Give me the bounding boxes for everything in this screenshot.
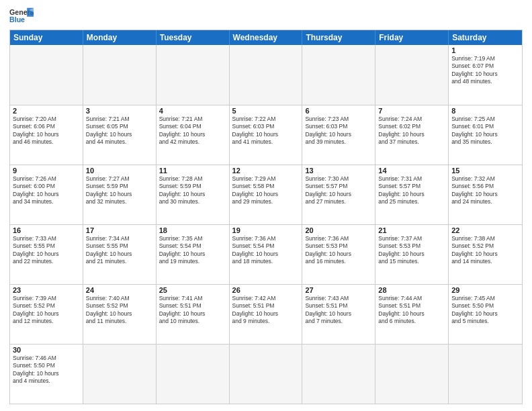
calendar-cell: 11Sunrise: 7:28 AM Sunset: 5:59 PM Dayli… [157,165,230,224]
day-number: 20 [305,226,372,234]
calendar-row: 1Sunrise: 7:19 AM Sunset: 6:07 PM Daylig… [10,45,522,105]
weekday-header-tuesday: Tuesday [157,30,230,45]
cell-info: Sunrise: 7:28 AM Sunset: 5:59 PM Dayligh… [159,175,226,206]
weekday-header-friday: Friday [375,30,449,45]
weekday-header-thursday: Thursday [302,30,375,45]
calendar-cell: 29Sunrise: 7:45 AM Sunset: 5:50 PM Dayli… [449,285,522,344]
calendar-row: 30Sunrise: 7:46 AM Sunset: 5:50 PM Dayli… [10,344,522,404]
calendar-cell [375,45,449,105]
day-number: 2 [13,107,80,115]
calendar-cell [10,45,83,105]
cell-info: Sunrise: 7:36 AM Sunset: 5:53 PM Dayligh… [305,235,372,266]
cell-info: Sunrise: 7:39 AM Sunset: 5:52 PM Dayligh… [13,295,80,326]
cell-info: Sunrise: 7:20 AM Sunset: 6:06 PM Dayligh… [13,116,80,146]
day-number: 4 [159,107,226,115]
day-number: 16 [13,226,80,234]
day-number: 29 [451,286,519,294]
calendar-cell: 22Sunrise: 7:38 AM Sunset: 5:52 PM Dayli… [449,225,522,284]
day-number: 15 [451,167,519,175]
calendar-cell [230,45,303,105]
day-number: 28 [378,286,445,294]
svg-text:Blue: Blue [9,15,25,24]
calendar-cell: 1Sunrise: 7:19 AM Sunset: 6:07 PM Daylig… [449,45,522,105]
calendar-body: 1Sunrise: 7:19 AM Sunset: 6:07 PM Daylig… [10,45,522,404]
cell-info: Sunrise: 7:41 AM Sunset: 5:51 PM Dayligh… [159,295,226,326]
calendar-row: 9Sunrise: 7:26 AM Sunset: 6:00 PM Daylig… [10,165,522,224]
cell-info: Sunrise: 7:21 AM Sunset: 6:04 PM Dayligh… [159,116,226,146]
day-number: 23 [13,286,80,294]
cell-info: Sunrise: 7:33 AM Sunset: 5:55 PM Dayligh… [13,235,80,266]
calendar-cell: 25Sunrise: 7:41 AM Sunset: 5:51 PM Dayli… [157,285,230,344]
calendar-cell: 23Sunrise: 7:39 AM Sunset: 5:52 PM Dayli… [10,285,83,344]
cell-info: Sunrise: 7:38 AM Sunset: 5:52 PM Dayligh… [451,235,519,266]
day-number: 8 [451,107,519,115]
day-number: 18 [159,226,226,234]
calendar-cell: 8Sunrise: 7:25 AM Sunset: 6:01 PM Daylig… [449,105,522,165]
cell-info: Sunrise: 7:46 AM Sunset: 5:50 PM Dayligh… [13,355,80,385]
cell-info: Sunrise: 7:34 AM Sunset: 5:55 PM Dayligh… [86,235,153,266]
calendar-cell: 15Sunrise: 7:32 AM Sunset: 5:56 PM Dayli… [449,165,522,224]
page: General Blue SundayMondayTuesdayWednesda… [0,0,532,411]
calendar-cell: 27Sunrise: 7:43 AM Sunset: 5:51 PM Dayli… [302,285,375,344]
calendar-cell: 10Sunrise: 7:27 AM Sunset: 5:59 PM Dayli… [83,165,157,224]
calendar-cell: 21Sunrise: 7:37 AM Sunset: 5:53 PM Dayli… [375,225,449,284]
cell-info: Sunrise: 7:24 AM Sunset: 6:02 PM Dayligh… [378,116,445,146]
calendar-cell: 20Sunrise: 7:36 AM Sunset: 5:53 PM Dayli… [302,225,375,284]
day-number: 14 [378,167,445,175]
calendar-cell: 4Sunrise: 7:21 AM Sunset: 6:04 PM Daylig… [157,105,230,165]
day-number: 13 [305,167,372,175]
cell-info: Sunrise: 7:29 AM Sunset: 5:58 PM Dayligh… [232,175,300,206]
cell-info: Sunrise: 7:36 AM Sunset: 5:54 PM Dayligh… [232,235,300,266]
cell-info: Sunrise: 7:19 AM Sunset: 6:07 PM Dayligh… [451,55,519,86]
day-number: 30 [13,346,80,354]
cell-info: Sunrise: 7:22 AM Sunset: 6:03 PM Dayligh… [232,116,300,146]
cell-info: Sunrise: 7:26 AM Sunset: 6:00 PM Dayligh… [13,175,80,206]
cell-info: Sunrise: 7:31 AM Sunset: 5:57 PM Dayligh… [378,175,445,206]
cell-info: Sunrise: 7:43 AM Sunset: 5:51 PM Dayligh… [305,295,372,326]
calendar-row: 23Sunrise: 7:39 AM Sunset: 5:52 PM Dayli… [10,284,522,344]
calendar-cell: 13Sunrise: 7:30 AM Sunset: 5:57 PM Dayli… [302,165,375,224]
header: General Blue [9,7,523,26]
calendar-cell: 2Sunrise: 7:20 AM Sunset: 6:06 PM Daylig… [10,105,83,165]
calendar-cell: 3Sunrise: 7:21 AM Sunset: 6:05 PM Daylig… [83,105,157,165]
weekday-header-monday: Monday [83,30,157,45]
calendar: SundayMondayTuesdayWednesdayThursdayFrid… [9,30,523,404]
calendar-cell [157,45,230,105]
day-number: 3 [86,107,153,115]
calendar-cell: 26Sunrise: 7:42 AM Sunset: 5:51 PM Dayli… [230,285,303,344]
weekday-header-wednesday: Wednesday [230,30,303,45]
calendar-cell [302,45,375,105]
day-number: 9 [13,167,80,175]
calendar-cell [83,345,157,404]
logo: General Blue [9,7,34,26]
calendar-row: 2Sunrise: 7:20 AM Sunset: 6:06 PM Daylig… [10,105,522,165]
calendar-cell [449,345,522,404]
cell-info: Sunrise: 7:23 AM Sunset: 6:03 PM Dayligh… [305,116,372,146]
day-number: 19 [232,226,300,234]
calendar-cell: 7Sunrise: 7:24 AM Sunset: 6:02 PM Daylig… [375,105,449,165]
calendar-cell: 28Sunrise: 7:44 AM Sunset: 5:51 PM Dayli… [375,285,449,344]
calendar-cell: 24Sunrise: 7:40 AM Sunset: 5:52 PM Dayli… [83,285,157,344]
calendar-cell: 16Sunrise: 7:33 AM Sunset: 5:55 PM Dayli… [10,225,83,284]
calendar-cell [302,345,375,404]
weekday-header-saturday: Saturday [449,30,522,45]
calendar-cell: 12Sunrise: 7:29 AM Sunset: 5:58 PM Dayli… [230,165,303,224]
calendar-cell [83,45,157,105]
cell-info: Sunrise: 7:32 AM Sunset: 5:56 PM Dayligh… [451,175,519,206]
day-number: 21 [378,226,445,234]
calendar-row: 16Sunrise: 7:33 AM Sunset: 5:55 PM Dayli… [10,224,522,284]
calendar-cell: 5Sunrise: 7:22 AM Sunset: 6:03 PM Daylig… [230,105,303,165]
calendar-cell: 30Sunrise: 7:46 AM Sunset: 5:50 PM Dayli… [10,345,83,404]
calendar-cell: 17Sunrise: 7:34 AM Sunset: 5:55 PM Dayli… [83,225,157,284]
cell-info: Sunrise: 7:42 AM Sunset: 5:51 PM Dayligh… [232,295,300,326]
cell-info: Sunrise: 7:44 AM Sunset: 5:51 PM Dayligh… [378,295,445,326]
weekday-header-sunday: Sunday [10,30,83,45]
cell-info: Sunrise: 7:25 AM Sunset: 6:01 PM Dayligh… [451,116,519,146]
cell-info: Sunrise: 7:27 AM Sunset: 5:59 PM Dayligh… [86,175,153,206]
cell-info: Sunrise: 7:21 AM Sunset: 6:05 PM Dayligh… [86,116,153,146]
day-number: 24 [86,286,153,294]
day-number: 11 [159,167,226,175]
cell-info: Sunrise: 7:37 AM Sunset: 5:53 PM Dayligh… [378,235,445,266]
day-number: 27 [305,286,372,294]
calendar-header: SundayMondayTuesdayWednesdayThursdayFrid… [10,30,522,45]
